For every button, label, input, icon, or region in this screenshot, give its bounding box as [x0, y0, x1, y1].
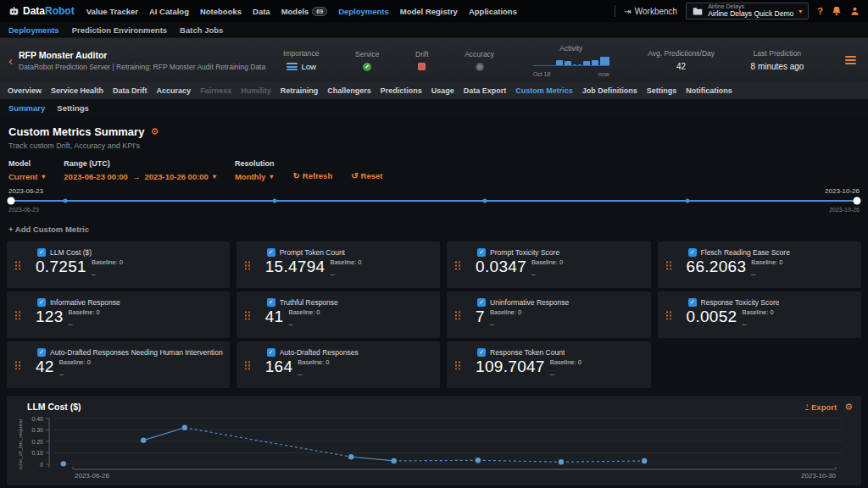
tab-predictions[interactable]: Predictions — [381, 86, 422, 95]
secondary-nav: DeploymentsPrediction EnvironmentsBatch … — [0, 22, 868, 38]
drag-handle-icon[interactable] — [665, 260, 671, 269]
metric-checkbox[interactable]: ✓ — [477, 298, 486, 307]
metric-checkbox[interactable]: ✓ — [267, 248, 275, 257]
top-nav-item-deployments[interactable]: Deployments — [338, 7, 389, 16]
metric-baseline: Baseline: 0_ — [550, 358, 581, 375]
metric-checkbox[interactable]: ✓ — [37, 348, 46, 357]
top-nav-item-model-registry[interactable]: Model Registry — [400, 7, 458, 16]
service-status-icon: ✓ — [363, 63, 371, 71]
date-range-slider: 2023-06-23 2023-10-26 2023-06-23 2023-10… — [7, 187, 861, 213]
chart-area: cost_of_llm_request 0.400.300.200.100202… — [15, 413, 854, 484]
activity-indicator: Activity Oct 18 now — [531, 44, 612, 77]
export-button[interactable]: ↑ Export — [805, 402, 837, 412]
metric-checkbox[interactable]: ✓ — [37, 298, 46, 307]
sub-nav-item-batch-jobs[interactable]: Batch Jobs — [180, 25, 223, 35]
activity-bar — [592, 60, 598, 65]
drag-handle-icon[interactable] — [454, 310, 460, 319]
metric-checkbox[interactable]: ✓ — [267, 348, 275, 357]
chart-data-point[interactable] — [559, 459, 564, 464]
metric-name: Flesch Reading Ease Score — [701, 248, 790, 257]
tab-settings[interactable]: Settings — [647, 86, 677, 95]
slider-track[interactable] — [11, 196, 857, 206]
tab-challengers[interactable]: Challengers — [327, 86, 371, 95]
sub-nav-item-prediction-environments[interactable]: Prediction Environments — [72, 25, 167, 35]
help-icon[interactable]: ? — [817, 6, 823, 16]
range-filter-label: Range (UTC) — [64, 159, 216, 168]
tab-overview[interactable]: Overview — [8, 86, 42, 95]
top-nav-item-applications[interactable]: Applications — [469, 7, 517, 16]
top-nav-item-models[interactable]: Models69 — [281, 7, 328, 16]
metric-checkbox[interactable]: ✓ — [688, 248, 697, 257]
tab-usage[interactable]: Usage — [431, 86, 454, 95]
subtab-summary[interactable]: Summary — [8, 103, 45, 113]
datarobot-logo[interactable]: DataRobot — [8, 5, 75, 17]
drag-handle-icon[interactable] — [14, 310, 20, 319]
chart-data-point[interactable] — [392, 458, 397, 463]
notifications-bell-icon[interactable] — [832, 6, 842, 16]
export-icon: ↑ — [805, 403, 809, 410]
chart-data-point[interactable] — [182, 425, 187, 430]
drag-handle-icon[interactable] — [244, 360, 250, 369]
drift-status-icon — [418, 63, 426, 70]
activity-mini-chart — [533, 57, 609, 66]
tab-service-health[interactable]: Service Health — [51, 86, 103, 95]
chart-data-point[interactable] — [348, 454, 353, 459]
drag-handle-icon[interactable] — [454, 260, 460, 269]
chart-data-point[interactable] — [476, 458, 481, 463]
metric-checkbox[interactable]: ✓ — [688, 298, 697, 307]
metric-checkbox[interactable]: ✓ — [477, 248, 486, 257]
drag-handle-icon[interactable] — [665, 310, 671, 319]
tab-notifications[interactable]: Notifications — [686, 86, 732, 95]
chart-gear-icon[interactable]: ⚙ — [844, 402, 853, 412]
resolution-select[interactable]: Monthly ▾ — [235, 172, 275, 181]
metric-value: 0.0052 — [687, 308, 737, 325]
drag-handle-icon[interactable] — [14, 360, 20, 369]
top-nav-item-ai-catalog[interactable]: AI Catalog — [149, 7, 189, 16]
tab-data-export[interactable]: Data Export — [464, 86, 507, 95]
metric-card-flesch-reading-ease-score: ✓Flesch Reading Ease Score66.2063Baselin… — [658, 241, 861, 288]
metric-baseline-label: Baseline: 0 — [69, 309, 100, 317]
menu-icon[interactable] — [845, 56, 856, 64]
chart-data-point[interactable] — [141, 437, 146, 442]
metric-value: 66.2063 — [687, 258, 747, 275]
metric-checkbox[interactable]: ✓ — [267, 298, 275, 307]
slider-handle-end[interactable] — [854, 197, 861, 205]
range-select[interactable]: 2023-06-23 00:00 → 2023-10-26 00:00 ▾ — [64, 172, 216, 181]
top-nav-item-data[interactable]: Data — [253, 7, 270, 16]
slider-handle-start[interactable] — [8, 197, 15, 205]
workbench-icon: ⇥ — [624, 7, 631, 16]
last-prediction-value: 8 minutes ago — [751, 62, 804, 71]
metric-checkbox[interactable]: ✓ — [37, 248, 46, 257]
project-selector[interactable]: Airline Delays Airline Delays Quick Demo… — [686, 3, 809, 19]
tab-job-definitions[interactable]: Job Definitions — [582, 86, 637, 95]
tab-retraining[interactable]: Retraining — [281, 86, 319, 95]
drag-handle-icon[interactable] — [14, 260, 20, 269]
tab-fairness: Fairness — [200, 86, 231, 95]
user-icon[interactable] — [850, 6, 860, 16]
top-nav-item-notebooks[interactable]: Notebooks — [200, 7, 242, 16]
tab-accuracy[interactable]: Accuracy — [157, 86, 192, 95]
metric-checkbox[interactable]: ✓ — [477, 348, 486, 357]
reset-button[interactable]: ↺ Reset — [351, 171, 382, 181]
back-chevron-icon[interactable]: ‹ — [8, 54, 13, 67]
subtab-settings[interactable]: Settings — [57, 103, 88, 113]
add-custom-metric-button[interactable]: + Add Custom Metric — [7, 225, 861, 234]
drag-handle-icon[interactable] — [454, 360, 460, 369]
chart-data-point[interactable] — [61, 461, 66, 466]
sub-nav-item-deployments[interactable]: Deployments — [8, 25, 59, 35]
model-select[interactable]: Current ▾ — [8, 172, 45, 181]
tab-custom-metrics[interactable]: Custom Metrics — [515, 86, 573, 95]
summary-gear-icon[interactable]: ⚙ — [150, 127, 159, 136]
drag-handle-icon[interactable] — [244, 310, 250, 319]
metric-name: Truthful Response — [280, 298, 338, 307]
tab-data-drift[interactable]: Data Drift — [113, 86, 147, 95]
metric-cards-grid: ✓LLM Cost ($)0.7251Baseline: 0_✓Prompt T… — [7, 241, 861, 388]
drag-handle-icon[interactable] — [244, 260, 250, 269]
deployment-name: RFP Monster Auditor — [19, 50, 283, 60]
top-nav-item-value-tracker[interactable]: Value Tracker — [86, 7, 138, 16]
workbench-link[interactable]: ⇥ Workbench — [624, 7, 677, 16]
refresh-button[interactable]: ↻ Refresh — [292, 171, 332, 181]
chart-data-point[interactable] — [642, 458, 647, 463]
deployment-titles: RFP Monster Auditor DataRobot Prediction… — [19, 50, 283, 71]
metric-card-truthful-response: ✓Truthful Response41Baseline: 0_ — [236, 291, 440, 338]
